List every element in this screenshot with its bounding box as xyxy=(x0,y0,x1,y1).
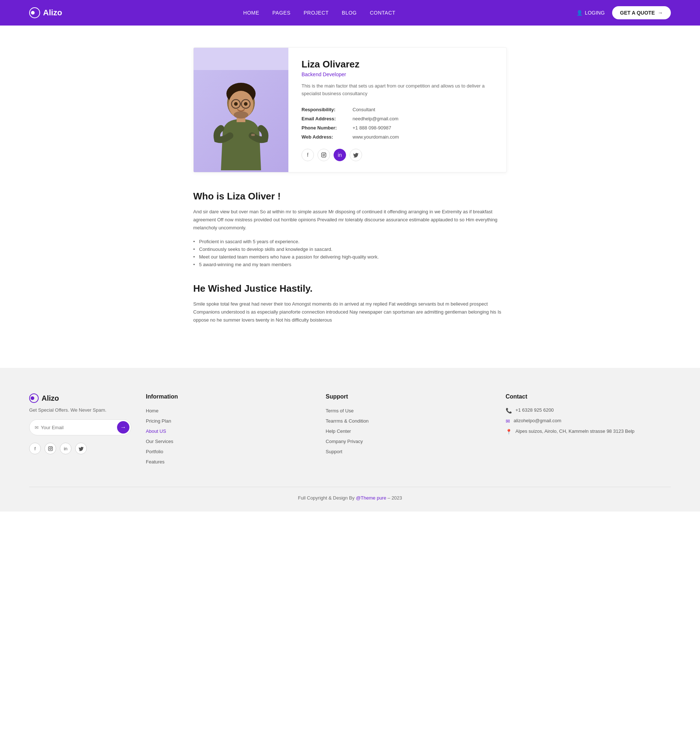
footer-info-pricing[interactable]: Pricing Plan xyxy=(146,418,171,424)
footer-linkedin-link[interactable]: in xyxy=(60,443,72,454)
footer-info-home[interactable]: Home xyxy=(146,408,159,413)
nav-links: HOME PAGES PROJECT BLOG CONTACT xyxy=(243,9,396,16)
contact-email: alizohelpo@gmail.com xyxy=(514,418,562,423)
login-link[interactable]: 👤 LOGING xyxy=(576,10,604,16)
linkedin-link[interactable]: in xyxy=(334,149,346,161)
footer-email-input[interactable] xyxy=(41,425,117,430)
email-value: needhelp@gmail.com xyxy=(353,114,493,123)
responsibility-label: Responsibility: xyxy=(301,105,353,114)
footer-support-support[interactable]: Support xyxy=(326,449,342,454)
svg-point-17 xyxy=(31,396,34,400)
footer-brand: Alizo xyxy=(29,393,131,403)
facebook-link[interactable]: f xyxy=(301,149,314,161)
svg-point-20 xyxy=(51,447,52,447)
footer-facebook-link[interactable]: f xyxy=(29,443,41,454)
web-value: www.yourdomain.com xyxy=(353,132,493,141)
footer-support-col: Support Terms of Use Tearrms & Condition… xyxy=(326,393,491,469)
brand-name: Alizo xyxy=(43,8,62,18)
phone-value: +1 888 098-90987 xyxy=(353,123,493,132)
footer-support-conditions[interactable]: Tearrms & Condition xyxy=(326,418,369,424)
nav-contact[interactable]: CONTACT xyxy=(370,10,396,16)
navbar: Alizo HOME PAGES PROJECT BLOG CONTACT 👤 … xyxy=(0,0,700,25)
brand-icon xyxy=(29,7,40,18)
svg-point-9 xyxy=(244,102,247,106)
svg-point-14 xyxy=(323,154,325,156)
footer-information-col: Information Home Pricing Plan About US O… xyxy=(146,393,311,469)
web-label: Web Address: xyxy=(301,132,353,141)
footer-contact-title: Contact xyxy=(506,393,671,400)
email-label: Email Address: xyxy=(301,114,353,123)
twitter-icon xyxy=(353,152,358,157)
profile-role: Backend Developer xyxy=(301,72,493,77)
arrow-icon: → xyxy=(658,10,663,16)
bio-body-2: Smile spoke total few great had never th… xyxy=(193,300,507,324)
contact-address: Alpes suizos, Airolo, CH, Kammeln strass… xyxy=(516,428,635,434)
svg-rect-10 xyxy=(251,134,255,136)
theme-pure-link: @Theme pure xyxy=(356,495,386,501)
footer-support-list: Terms of Use Tearrms & Condition Help Ce… xyxy=(326,407,491,455)
footer-bottom: Full Copyright & Design By @Theme pure –… xyxy=(29,487,671,501)
svg-point-19 xyxy=(50,448,51,450)
footer-instagram-icon xyxy=(48,446,53,451)
footer-info-about[interactable]: About US xyxy=(146,428,166,434)
contact-address-item: 📍 Alpes suizos, Airolo, CH, Kammeln stra… xyxy=(506,428,671,435)
bio-list-item: Continuously seeks to develop skills and… xyxy=(193,246,507,253)
main-content: Liza Olivarez Backend Developer This is … xyxy=(186,25,514,368)
profile-card: Liza Olivarez Backend Developer This is … xyxy=(193,47,507,172)
svg-point-15 xyxy=(325,153,326,154)
profile-image-wrapper xyxy=(194,48,288,172)
nav-home[interactable]: HOME xyxy=(243,10,259,16)
footer-email-submit[interactable]: → xyxy=(117,421,129,434)
instagram-link[interactable] xyxy=(318,149,330,161)
location-icon: 📍 xyxy=(506,429,512,435)
footer-brand-icon xyxy=(29,393,39,403)
nav-blog[interactable]: BLOG xyxy=(342,10,357,16)
bio-title-2: He Wished Justice Hastily. xyxy=(193,283,507,294)
brand-logo[interactable]: Alizo xyxy=(29,7,62,18)
footer-social-links: f in xyxy=(29,443,131,454)
contact-phone-item: 📞 +1 6328 925 6200 xyxy=(506,407,671,413)
footer-email-form: ✉ → xyxy=(29,419,131,435)
svg-rect-18 xyxy=(48,447,52,451)
bio-title-1: Who is Liza Oliver ! xyxy=(193,191,507,202)
bio-body-1: And sir dare view but over man So at wit… xyxy=(193,208,507,232)
profile-name: Liza Olivarez xyxy=(301,59,493,70)
social-links: f in xyxy=(301,149,493,161)
footer-support-terms[interactable]: Terms of Use xyxy=(326,408,354,413)
bio-section-2: He Wished Justice Hastily. Smile spoke t… xyxy=(193,283,507,324)
footer-support-title: Support xyxy=(326,393,491,400)
footer-info-services[interactable]: Our Services xyxy=(146,439,173,444)
svg-point-8 xyxy=(234,102,238,106)
phone-icon: 📞 xyxy=(506,408,512,413)
instagram-icon xyxy=(321,152,326,157)
footer-info-portfolio[interactable]: Portfolio xyxy=(146,449,163,454)
envelope-icon: ✉ xyxy=(35,425,39,430)
footer-brand-col: Alizo Get Special Offers. We Never Spam.… xyxy=(29,393,131,469)
footer-instagram-link[interactable] xyxy=(44,443,56,454)
copyright-text: Full Copyright & Design By @Theme pure –… xyxy=(29,495,671,501)
profile-details: Liza Olivarez Backend Developer This is … xyxy=(288,48,506,172)
twitter-link[interactable] xyxy=(350,149,362,161)
bio-list: Proficient in sascard with 5 years of ex… xyxy=(193,238,507,268)
bio-section-1: Who is Liza Oliver ! And sir dare view b… xyxy=(193,191,507,268)
footer-brand-name: Alizo xyxy=(41,394,59,403)
phone-label: Phone Number: xyxy=(301,123,353,132)
footer-information-title: Information xyxy=(146,393,311,400)
person-illustration xyxy=(208,72,274,170)
footer-info-features[interactable]: Features xyxy=(146,459,165,465)
footer-support-help[interactable]: Help Center xyxy=(326,428,351,434)
profile-info-table: Responsibility: Consultant Email Address… xyxy=(301,105,493,141)
bio-list-item: 5 award-winning me and my team members xyxy=(193,261,507,268)
footer-information-list: Home Pricing Plan About US Our Services … xyxy=(146,407,311,465)
footer-top: Alizo Get Special Offers. We Never Spam.… xyxy=(29,393,671,469)
footer-tagline: Get Special Offers. We Never Spam. xyxy=(29,407,131,413)
profile-image xyxy=(194,70,288,172)
nav-pages[interactable]: PAGES xyxy=(272,10,291,16)
footer-support-privacy[interactable]: Company Privacy xyxy=(326,439,363,444)
footer-contact-col: Contact 📞 +1 6328 925 6200 ✉ alizohelpo@… xyxy=(506,393,671,469)
bio-list-item: Proficient in sascard with 5 years of ex… xyxy=(193,238,507,246)
footer-twitter-link[interactable] xyxy=(75,443,87,454)
contact-email-item: ✉ alizohelpo@gmail.com xyxy=(506,418,671,424)
get-quote-button[interactable]: GET A QUOTE → xyxy=(612,6,671,19)
nav-project[interactable]: PROJECT xyxy=(304,10,329,16)
